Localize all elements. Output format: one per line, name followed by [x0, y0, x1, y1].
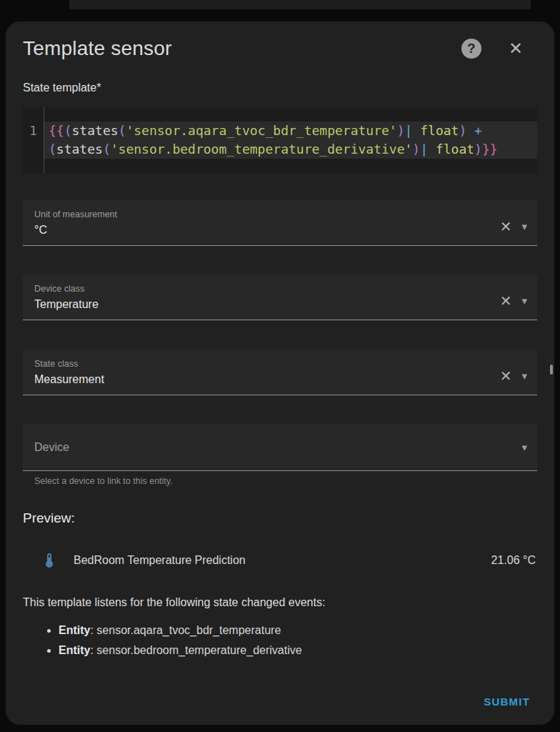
unit-of-measurement-value: °C: [34, 224, 500, 237]
dialog-header: Template sensor ? ✕: [23, 37, 537, 60]
close-icon[interactable]: ✕: [509, 40, 523, 57]
device-class-field[interactable]: Device class Temperature ✕ ▾: [23, 274, 537, 320]
dialog-title: Template sensor: [23, 37, 461, 60]
preview-heading: Preview:: [23, 510, 537, 526]
code-line-row-2: (states('sensor.bedroom_temperature_deri…: [44, 140, 537, 159]
clear-icon[interactable]: ✕: [500, 292, 512, 310]
submit-button[interactable]: SUBMIT: [478, 690, 536, 713]
preview-entity-value: 21.06 °C: [491, 554, 537, 567]
editor-line-number: 1: [23, 107, 44, 173]
state-class-field[interactable]: State class Measurement ✕ ▾: [23, 350, 537, 395]
thermometer-icon: [41, 552, 58, 569]
state-template-label: State template*: [23, 81, 537, 94]
list-item: Entity: sensor.bedroom_temperature_deriv…: [23, 640, 537, 661]
state-class-label: State class: [34, 359, 500, 369]
chevron-down-icon[interactable]: ▾: [521, 441, 527, 454]
background-app-edge: [69, 0, 531, 9]
help-icon[interactable]: ?: [461, 39, 481, 59]
unit-of-measurement-field[interactable]: Unit of measurement °C ✕ ▾: [23, 200, 537, 246]
clear-icon[interactable]: ✕: [500, 218, 512, 235]
code-line-row-1: {{(states('sensor.aqara_tvoc_bdr_tempera…: [44, 122, 537, 140]
entity-label: Entity: [59, 624, 90, 636]
unit-of-measurement-label: Unit of measurement: [34, 209, 500, 219]
entity-id: : sensor.aqara_tvoc_bdr_temperature: [90, 624, 281, 636]
entity-label: Entity: [59, 644, 90, 656]
device-field-label: Device: [34, 441, 521, 454]
entity-id: : sensor.bedroom_temperature_derivative: [90, 644, 301, 656]
device-class-label: Device class: [34, 284, 500, 294]
chevron-down-icon[interactable]: ▾: [521, 370, 527, 382]
state-class-value: Measurement: [34, 373, 500, 386]
preview-entity-name: BedRoom Temperature Prediction: [74, 554, 491, 567]
list-item: Entity: sensor.aqara_tvoc_bdr_temperatur…: [23, 620, 537, 640]
preview-entity-row: BedRoom Temperature Prediction 21.06 °C: [23, 548, 537, 573]
state-template-code-editor[interactable]: 1 {{(states('sensor.aqara_tvoc_bdr_tempe…: [23, 107, 537, 173]
device-field[interactable]: Device ▾: [23, 424, 537, 471]
events-intro-text: This template listens for the following …: [23, 596, 537, 609]
device-helper-text: Select a device to link to this entity.: [34, 476, 537, 486]
device-class-value: Temperature: [34, 298, 500, 311]
events-list: Entity: sensor.aqara_tvoc_bdr_temperatur…: [23, 620, 537, 661]
editor-content[interactable]: {{(states('sensor.aqara_tvoc_bdr_tempera…: [44, 107, 537, 173]
template-sensor-dialog: Template sensor ? ✕ State template* 1 {{…: [6, 21, 554, 725]
scrollbar-thumb[interactable]: [550, 365, 553, 375]
chevron-down-icon[interactable]: ▾: [521, 220, 527, 233]
chevron-down-icon[interactable]: ▾: [521, 295, 527, 307]
clear-icon[interactable]: ✕: [500, 367, 512, 385]
